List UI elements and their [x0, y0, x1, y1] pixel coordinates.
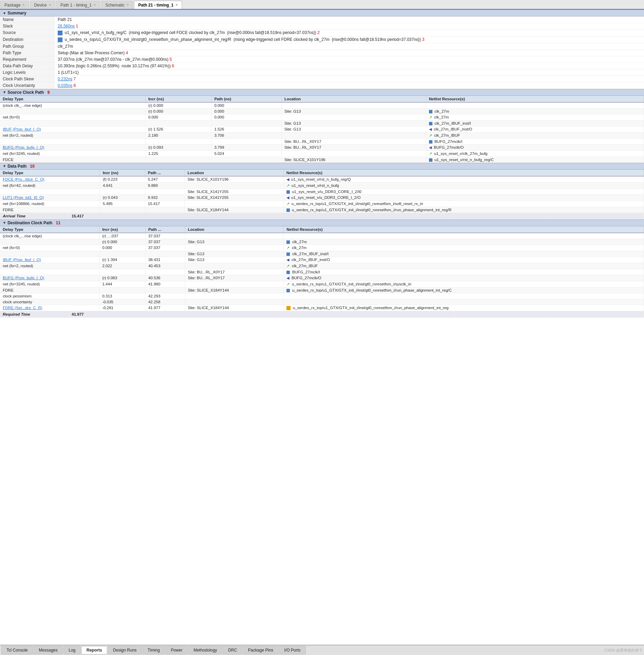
cell-path: 40.536 — [145, 275, 185, 281]
cell-delay: IBUF (Prop_ibuf_I_O) — [0, 126, 145, 132]
green-arrow-icon: ↗ — [286, 264, 290, 268]
cell-location: Site: SLICE_X184Y144 — [184, 207, 283, 213]
tab-package-close[interactable]: × — [23, 3, 25, 7]
source-clock-label: Source Clock Path — [8, 90, 44, 95]
cell-incr — [145, 157, 211, 162]
cps-link[interactable]: 0.232ns — [58, 77, 72, 81]
box-icon — [429, 110, 432, 113]
cell-path: 40.453 — [145, 263, 185, 269]
cell-netlist: u_serdes_rx_top/u1_GTX/GTX_init_i/inst/g… — [283, 207, 644, 213]
tab-device[interactable]: Device × — [30, 1, 56, 9]
cell-location — [281, 114, 426, 120]
green-arrow-icon: ↗ — [429, 133, 432, 137]
table-row: net (fo=42, routed) 4.641 9.889 ↗ u1_sys… — [0, 182, 644, 189]
cell-netlist: ↗ clk_27m_IBUF — [426, 132, 644, 138]
cell-location — [185, 233, 284, 239]
dest-clock-header[interactable]: ▼ Destination Clock Path 11 — [0, 219, 644, 226]
cell-delay: net (fo=3245, routed) — [0, 150, 145, 157]
data-path-table: Delay Type Incr (ns) Path ... Location N… — [0, 170, 644, 213]
lut1-link[interactable]: LUT1 (Prop_lut1_I0_O) — [3, 195, 44, 200]
summary-pathtype-value: Setup (Max at Slow Process Corner) 4 — [55, 49, 644, 56]
cell-delay: LUT1 (Prop_lut1_I0_O) — [0, 194, 100, 201]
left-arrow-icon: ◀ — [286, 177, 289, 181]
dest-icon — [58, 37, 63, 42]
cell-delay: clock uncertainty — [0, 299, 99, 305]
cell-path — [211, 138, 281, 144]
cell-netlist: u1_sys_reset_v/rst_n_bufg_reg/C — [426, 157, 644, 162]
green-arrow-icon: ↗ — [286, 246, 290, 250]
tab-device-close[interactable]: × — [49, 3, 51, 7]
col-path: Path ... — [145, 226, 185, 233]
summary-name-value: Path 21 — [55, 16, 644, 23]
summary-label: Summary — [8, 11, 26, 15]
ibuf-link[interactable]: IBUF (Prop_ibuf_I_O) — [3, 127, 41, 131]
cell-incr: (r) 0.000 — [99, 239, 145, 245]
table-row: IBUF (Prop_ibuf_I_O) (r) 1.526 1.526 Sit… — [0, 126, 644, 132]
cell-path: 3.799 — [211, 144, 281, 150]
cell-netlist: u1_sys_reset_v/u_DDR3_CORE_I_2/I0 — [283, 189, 644, 194]
cell-incr: 0.313 — [99, 293, 145, 299]
ibuf2-link[interactable]: IBUF (Prop_ibuf_I_O) — [3, 258, 41, 262]
source-clock-annotation: 9 — [47, 90, 50, 95]
table-row: net (fo=0) 0.000 0.000 ↗ clk_27m — [0, 114, 644, 120]
table-row: BUFG (Prop_bufg_I_O) (r) 0.083 40.536 Si… — [0, 275, 644, 281]
cell-path: 0.000 — [211, 114, 281, 120]
cell-incr: 5.485 — [100, 201, 145, 207]
fdre-set-link[interactable]: FDRE (Set...dre_C_R) — [3, 306, 42, 310]
summary-row-ll: Logic Levels 1 (LUT1=1) — [0, 69, 644, 76]
tab-bar: Package × Device × Path 1 - timing_1 × S… — [0, 0, 644, 10]
summary-row-source: Source u1_sys_reset_v/rst_n_bufg_reg/C (… — [0, 30, 644, 36]
cell-location — [185, 281, 284, 287]
req-annotation: 5 — [170, 57, 172, 62]
cell-incr: (r) 0.043 — [100, 194, 145, 201]
box-icon — [286, 208, 290, 212]
table-row: (r) 0.000 37.037 Site: G13 clk_27m — [0, 239, 644, 245]
cell-path: 37.037 — [145, 239, 185, 245]
cell-incr: (r) 0.093 — [145, 144, 211, 150]
cell-path: 5.024 — [211, 150, 281, 157]
summary-header[interactable]: ▼ Summary — [0, 10, 644, 16]
table-row: net (fo=3245, routed) 1.225 5.024 ↗ u1_s… — [0, 150, 644, 157]
cell-path: 5.247 — [145, 176, 184, 183]
slack-link[interactable]: 26.560ns — [58, 24, 75, 29]
col-incr: Incr (ns) — [99, 226, 145, 233]
tab-schematic-close[interactable]: × — [127, 3, 129, 7]
bufg2-link[interactable]: BUFG (Prop_bufg_I_O) — [3, 276, 44, 280]
bufg-link[interactable]: BUFG (Prop_bufg_I_O) — [3, 145, 44, 149]
left-arrow-icon: ◀ — [286, 195, 289, 200]
tab-schematic[interactable]: Schematic × — [101, 1, 133, 9]
pathtype-annotation: 4 — [126, 50, 128, 55]
cell-netlist: ↗ u_serdes_rx_top/u1_GTX/GTX_init_i/inst… — [283, 201, 644, 207]
summary-row-req: Requirement 37.037ns (clk_27m rise@37.03… — [0, 56, 644, 63]
fdce-link[interactable]: FDCE (Pro...fdce_C_Q) — [3, 177, 44, 181]
cell-delay — [0, 189, 100, 194]
data-path-header[interactable]: ▼ Data Path 10 — [0, 163, 644, 170]
green-arrow-icon: ↗ — [429, 115, 432, 119]
cu-link[interactable]: 0.035ns — [58, 83, 72, 88]
tab-path21[interactable]: Path 21 - timing_1 × — [134, 1, 182, 9]
tab-path21-close[interactable]: × — [176, 3, 178, 7]
col-netlist: Netlist Resource(s) — [426, 96, 644, 102]
cell-delay: FDRE (Set...dre_C_R) — [0, 305, 99, 311]
table-row: net (fo=2, routed) 2.180 3.706 ↗ clk_27m… — [0, 132, 644, 138]
cell-location — [185, 263, 284, 269]
arrival-label: Arrival Time — [0, 213, 69, 219]
table-row: FDCE (Pro...fdce_C_Q) (f) 0.223 5.247 Si… — [0, 176, 644, 183]
table-row: LUT1 (Prop_lut1_I0_O) (r) 0.043 9.932 Si… — [0, 194, 644, 201]
cell-path — [145, 269, 185, 275]
cell-path: 38.431 — [145, 257, 185, 263]
tab-path1-close[interactable]: × — [94, 3, 96, 7]
tab-package[interactable]: Package × — [0, 1, 29, 9]
tab-path1-label: Path 1 - timing_1 — [60, 3, 92, 8]
summary-slack-value: 26.560ns 1 — [55, 23, 644, 30]
dpd-annotation: 6 — [172, 64, 174, 68]
table-row: net (fo=0) 0.000 37.037 ↗ clk_27m — [0, 245, 644, 251]
summary-dest-value: u_serdes_rx_top/u1_GTX/GTX_init_i/inst/g… — [55, 36, 644, 43]
source-clock-header[interactable]: ▼ Source Clock Path 9 — [0, 89, 644, 96]
tab-path1[interactable]: Path 1 - timing_1 × — [56, 1, 100, 9]
table-row: net (fo=108866, routed) 5.485 15.417 ↗ u… — [0, 201, 644, 207]
cell-delay: IBUF (Prop_ibuf_I_O) — [0, 257, 99, 263]
data-path-label: Data Path — [8, 164, 26, 169]
table-row: (clock clk_...rise edge) (r) ....037 37.… — [0, 233, 644, 239]
cell-path — [211, 157, 281, 162]
